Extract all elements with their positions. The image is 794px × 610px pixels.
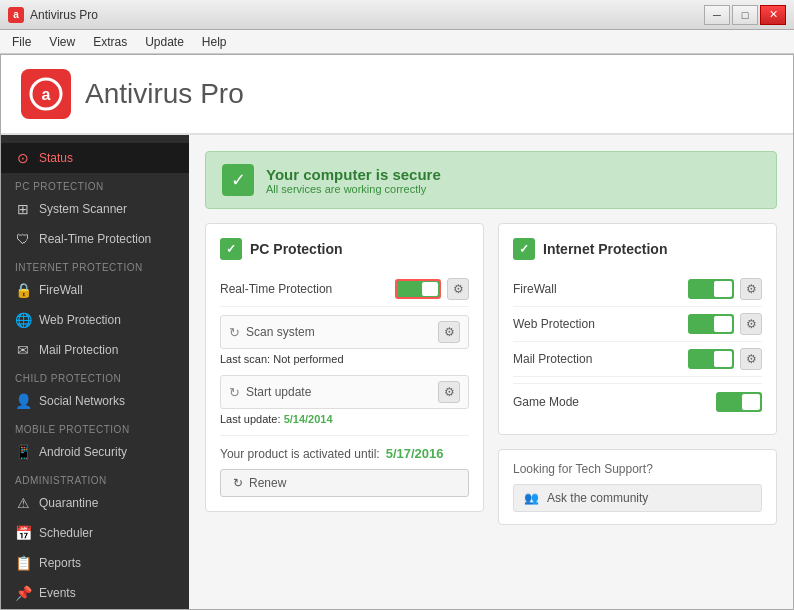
sidebar: ⊙ Status PC PROTECTION ⊞ System Scanner …	[1, 135, 189, 609]
sidebar-item-scheduler[interactable]: 📅 Scheduler	[1, 518, 189, 548]
sidebar-label-status: Status	[39, 151, 73, 165]
update-icon: ↻	[229, 385, 240, 400]
activation-row: Your product is activated until: 5/17/20…	[220, 446, 469, 461]
mail-protection-toggle[interactable]	[688, 349, 734, 369]
status-sub-text: All services are working correctly	[266, 183, 441, 195]
maximize-button[interactable]: □	[732, 5, 758, 25]
sidebar-label-quarantine: Quarantine	[39, 496, 98, 510]
web-protection-row-label: Web Protection	[513, 317, 595, 331]
status-banner: ✓ Your computer is secure All services a…	[205, 151, 777, 209]
events-icon: 📌	[15, 585, 31, 601]
update-label[interactable]: Start update	[246, 385, 311, 399]
firewall-row-label: FireWall	[513, 282, 557, 296]
section-administration: ADMINISTRATION	[1, 467, 189, 488]
sidebar-label-scheduler: Scheduler	[39, 526, 93, 540]
update-gear-btn[interactable]: ⚙	[438, 381, 460, 403]
web-protection-controls: ⚙	[688, 313, 762, 335]
tech-support-label: Looking for Tech Support?	[513, 462, 762, 476]
sidebar-item-android-security[interactable]: 📱 Android Security	[1, 437, 189, 467]
firewall-controls: ⚙	[688, 278, 762, 300]
menu-extras[interactable]: Extras	[85, 33, 135, 51]
mail-protection-icon: ✉	[15, 342, 31, 358]
menu-file[interactable]: File	[4, 33, 39, 51]
sidebar-item-events[interactable]: 📌 Events	[1, 578, 189, 608]
internet-protection-card: ✓ Internet Protection FireWall ⚙	[498, 223, 777, 435]
title-bar-left: a Antivirus Pro	[8, 7, 98, 23]
section-pc-protection: PC PROTECTION	[1, 173, 189, 194]
sidebar-item-system-scanner[interactable]: ⊞ System Scanner	[1, 194, 189, 224]
update-action-row: ↻ Start update ⚙	[220, 375, 469, 409]
section-internet-protection: INTERNET PROTECTION	[1, 254, 189, 275]
renew-button[interactable]: ↻ Renew	[220, 469, 469, 497]
web-protection-gear-btn[interactable]: ⚙	[740, 313, 762, 335]
firewall-icon: 🔒	[15, 282, 31, 298]
sidebar-item-reports[interactable]: 📋 Reports	[1, 548, 189, 578]
title-bar: a Antivirus Pro ─ □ ✕	[0, 0, 794, 30]
menu-update[interactable]: Update	[137, 33, 192, 51]
sidebar-item-social-networks[interactable]: 👤 Social Networks	[1, 386, 189, 416]
section-mobile-protection: MOBILE PROTECTION	[1, 416, 189, 437]
menu-bar: File View Extras Update Help	[0, 30, 794, 54]
firewall-toggle-row: FireWall ⚙	[513, 272, 762, 307]
menu-view[interactable]: View	[41, 33, 83, 51]
status-check-icon: ✓	[222, 164, 254, 196]
web-protection-toggle[interactable]	[688, 314, 734, 334]
firewall-toggle[interactable]	[688, 279, 734, 299]
web-protection-icon: 🌐	[15, 312, 31, 328]
realtime-gear-btn[interactable]: ⚙	[447, 278, 469, 300]
sidebar-label-reports: Reports	[39, 556, 81, 570]
sidebar-item-firewall[interactable]: 🔒 FireWall	[1, 275, 189, 305]
mail-protection-gear-btn[interactable]: ⚙	[740, 348, 762, 370]
sidebar-item-status[interactable]: ⊙ Status	[1, 143, 189, 173]
close-button[interactable]: ✕	[760, 5, 786, 25]
minimize-button[interactable]: ─	[704, 5, 730, 25]
firewall-gear-btn[interactable]: ⚙	[740, 278, 762, 300]
sidebar-item-quarantine[interactable]: ⚠ Quarantine	[1, 488, 189, 518]
update-info: Last update: 5/14/2014	[220, 413, 469, 425]
scan-gear-btn[interactable]: ⚙	[438, 321, 460, 343]
system-scanner-icon: ⊞	[15, 201, 31, 217]
web-protection-knob	[714, 316, 732, 332]
activation-label: Your product is activated until:	[220, 447, 380, 461]
menu-help[interactable]: Help	[194, 33, 235, 51]
sidebar-label-social-networks: Social Networks	[39, 394, 125, 408]
sidebar-item-web-protection[interactable]: 🌐 Web Protection	[1, 305, 189, 335]
internet-protection-label: Internet Protection	[543, 241, 667, 257]
renew-icon: ↻	[233, 476, 243, 490]
game-mode-toggle[interactable]	[716, 392, 762, 412]
last-update-label: Last update:	[220, 413, 281, 425]
sidebar-item-mail-protection[interactable]: ✉ Mail Protection	[1, 335, 189, 365]
sidebar-item-realtime[interactable]: 🛡 Real-Time Protection	[1, 224, 189, 254]
firewall-knob	[714, 281, 732, 297]
title-bar-controls: ─ □ ✕	[704, 5, 786, 25]
mail-protection-knob	[714, 351, 732, 367]
sidebar-label-android-security: Android Security	[39, 445, 127, 459]
sidebar-label-system-scanner: System Scanner	[39, 202, 127, 216]
last-scan-value: Not performed	[273, 353, 343, 365]
android-icon: 📱	[15, 444, 31, 460]
title-bar-text: Antivirus Pro	[30, 8, 98, 22]
scan-label[interactable]: Scan system	[246, 325, 315, 339]
realtime-icon: 🛡	[15, 231, 31, 247]
pc-protection-card: ✓ PC Protection Real-Time Protection ⚙	[205, 223, 484, 512]
pc-protection-title: ✓ PC Protection	[220, 238, 469, 260]
update-action-left: ↻ Start update	[229, 385, 311, 400]
status-main-text: Your computer is secure	[266, 166, 441, 183]
content-area: ⊙ Status PC PROTECTION ⊞ System Scanner …	[1, 135, 793, 609]
left-column: ✓ PC Protection Real-Time Protection ⚙	[205, 223, 484, 526]
ask-community-button[interactable]: 👥 Ask the community	[513, 484, 762, 512]
pc-protection-label: PC Protection	[250, 241, 343, 257]
status-icon: ⊙	[15, 150, 31, 166]
reports-icon: 📋	[15, 555, 31, 571]
sidebar-label-realtime: Real-Time Protection	[39, 232, 151, 246]
realtime-toggle[interactable]	[395, 279, 441, 299]
main-content: ✓ Your computer is secure All services a…	[189, 135, 793, 609]
game-mode-label: Game Mode	[513, 395, 579, 409]
two-column-layout: ✓ PC Protection Real-Time Protection ⚙	[205, 223, 777, 526]
right-column: ✓ Internet Protection FireWall ⚙	[498, 223, 777, 526]
internet-protection-title: ✓ Internet Protection	[513, 238, 762, 260]
game-mode-knob	[742, 394, 760, 410]
section-child-protection: CHILD PROTECTION	[1, 365, 189, 386]
community-label: Ask the community	[547, 491, 648, 505]
realtime-label: Real-Time Protection	[220, 282, 332, 296]
